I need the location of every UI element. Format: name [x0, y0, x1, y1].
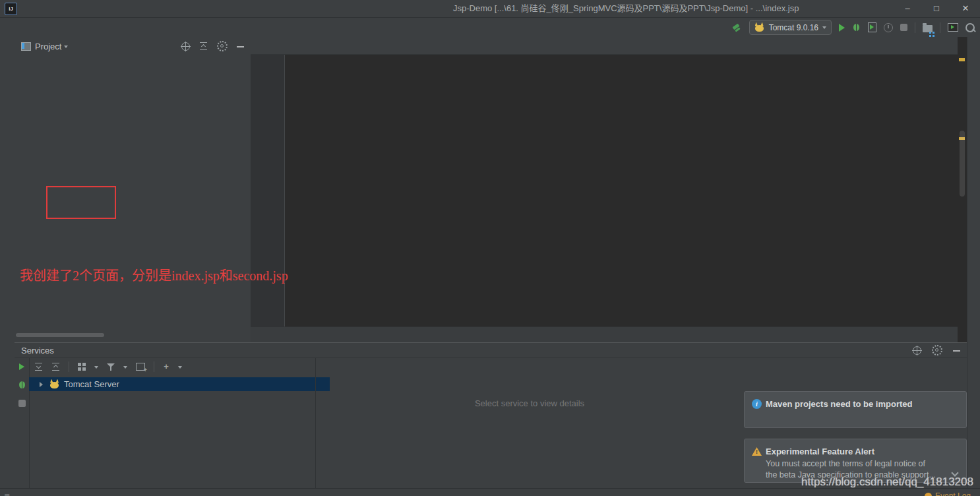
warning-mark[interactable]	[959, 58, 965, 61]
run-button[interactable]	[839, 24, 845, 32]
collapse-all-icon[interactable]	[51, 363, 60, 371]
editor	[251, 37, 958, 342]
gear-icon[interactable]	[217, 41, 228, 51]
build-hammer-icon[interactable]	[731, 22, 742, 33]
annotation-box	[46, 186, 116, 219]
main-toolbar: Tomcat 9.0.16	[0, 18, 980, 38]
chevron-down-icon	[822, 26, 826, 31]
run-with-coverage-icon[interactable]	[868, 22, 876, 32]
right-tool-stripe	[967, 37, 980, 488]
code-area[interactable]	[251, 55, 958, 326]
window-controls: – □ ✕	[893, 0, 980, 17]
add-service-icon[interactable]	[163, 363, 169, 371]
event-log-label: Event Log	[935, 491, 971, 496]
left-tool-stripe	[0, 37, 15, 488]
warning-icon	[752, 447, 762, 456]
chevron-right-icon[interactable]	[36, 380, 46, 389]
info-icon	[752, 399, 762, 409]
title-bar: Jsp-Demo [...\61. 尚硅谷_佟刚_SpringMVC源码及PPT…	[0, 0, 980, 18]
tomcat-server-row[interactable]: Tomcat Server	[29, 377, 330, 391]
run-toolbar: Tomcat 9.0.16	[731, 18, 975, 37]
profiler-icon[interactable]	[884, 23, 893, 32]
toolbar-separator	[940, 22, 940, 33]
hide-panel-icon[interactable]	[237, 43, 244, 50]
stripe-toggle-icon[interactable]: ▦	[0, 493, 15, 496]
maven-import-notification: Maven projects need to be imported	[744, 391, 967, 428]
project-structure-icon[interactable]	[923, 25, 933, 32]
hide-panel-icon[interactable]	[953, 347, 960, 354]
run-window-icon[interactable]	[948, 23, 958, 32]
window-title: Jsp-Demo [...\61. 尚硅谷_佟刚_SpringMVC源码及PPT…	[453, 0, 799, 17]
intellij-logo-icon	[5, 3, 17, 15]
stop-service-button[interactable]	[18, 400, 26, 407]
project-panel-header: Project	[15, 37, 251, 55]
run-configuration-label: Tomcat 9.0.16	[769, 23, 818, 32]
services-toolbar	[34, 361, 182, 372]
services-header: Services	[15, 343, 967, 358]
toolbar-separator	[915, 22, 915, 33]
debug-service-button[interactable]	[18, 381, 26, 389]
tomcat-icon	[754, 23, 765, 32]
event-log-button[interactable]: Event Log	[925, 489, 971, 496]
event-log-icon	[925, 493, 932, 496]
maximize-button[interactable]: □	[922, 0, 951, 17]
project-panel-icon	[21, 42, 31, 51]
services-panel: Services Tomcat Server Select service to…	[15, 342, 967, 489]
filter-icon[interactable]	[107, 363, 115, 371]
close-button[interactable]: ✕	[951, 0, 980, 17]
services-side-toolbar	[15, 358, 30, 489]
locate-file-icon[interactable]	[181, 42, 190, 51]
services-title: Services	[21, 346, 54, 356]
gear-icon[interactable]	[932, 345, 942, 356]
breadcrumb	[251, 326, 958, 343]
notification-title: Experimental Feature Alert	[766, 447, 966, 456]
status-bar: ▦ Event Log	[0, 488, 980, 496]
watermark: https://blog.csdn.net/qq_41813208	[801, 476, 973, 489]
project-panel-title[interactable]: Project	[35, 42, 61, 51]
group-by-icon[interactable]	[78, 363, 86, 371]
expand-notification-icon[interactable]	[952, 470, 958, 476]
editor-tab-bar	[251, 37, 958, 55]
services-empty-text: Select service to view details	[315, 398, 744, 408]
service-label: Tomcat Server	[64, 379, 119, 389]
minimize-button[interactable]: –	[893, 0, 922, 17]
collapse-all-icon[interactable]	[199, 42, 208, 51]
add-frame-icon[interactable]	[136, 363, 145, 371]
run-configuration-select[interactable]: Tomcat 9.0.16	[749, 20, 832, 35]
tomcat-icon	[49, 380, 60, 389]
error-stripe[interactable]	[958, 37, 967, 342]
search-everywhere-icon[interactable]	[965, 23, 975, 32]
view-options-icon[interactable]	[913, 346, 921, 355]
scrollbar-thumb[interactable]	[960, 131, 965, 197]
gutter	[251, 55, 285, 326]
expand-all-icon[interactable]	[34, 363, 43, 371]
stop-button[interactable]	[900, 24, 907, 31]
start-service-button[interactable]	[19, 363, 24, 370]
debug-button[interactable]	[852, 23, 861, 32]
annotation-text: 我创建了2个页面，分别是index.jsp和second.jsp	[20, 265, 288, 284]
chevron-down-icon[interactable]	[64, 46, 68, 50]
notification-title: Maven projects need to be imported	[766, 399, 966, 409]
horizontal-scrollbar[interactable]	[16, 333, 104, 337]
